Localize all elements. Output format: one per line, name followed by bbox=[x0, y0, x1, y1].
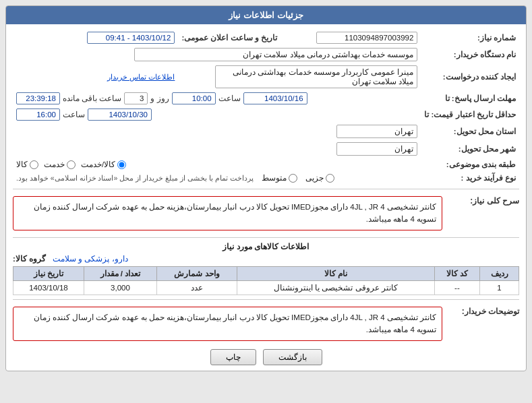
hadeaghal-label: حداقل تاریخ اعتبار قیمت: تا bbox=[421, 106, 519, 123]
divider-3 bbox=[13, 299, 519, 300]
nooe-farayand-label: نوع فرآیند خرید : bbox=[421, 171, 519, 185]
shomara-niaz-label: شماره نیاز: bbox=[421, 30, 519, 46]
btn-chap[interactable]: چاپ bbox=[210, 349, 256, 365]
col-kod: کد کالا bbox=[434, 266, 479, 280]
cell-radif: 1 bbox=[480, 280, 519, 294]
col-nam: نام کالا bbox=[237, 266, 435, 280]
tawzihat-text: کانتر تشخیصی 4JL , JR 4 دارای مجوزIMED ت… bbox=[34, 313, 436, 334]
tawzihat-box: کانتر تشخیصی 4JL , JR 4 دارای مجوزIMED ت… bbox=[13, 307, 442, 341]
mohlat-remain-label: ساعت باقی مانده bbox=[63, 94, 121, 103]
mohlat-time-label: ساعت bbox=[218, 94, 241, 103]
hadeaghal-time-label: ساعت bbox=[63, 110, 85, 119]
payment-note: پرداخت تمام با بخشی از مبلغ خریدار از مح… bbox=[16, 174, 254, 182]
btn-bazgasht[interactable]: بازگشت bbox=[263, 349, 322, 365]
cell-vahed: عدد bbox=[156, 280, 237, 294]
shahr-value: تهران bbox=[336, 142, 417, 156]
shahr-label: شهر محل تحویل: bbox=[421, 140, 519, 158]
tabaghe-khadamat-radio[interactable] bbox=[67, 160, 76, 169]
tabaghe-kala-khadamat-label: کالا/خدمت bbox=[81, 160, 115, 169]
tarikh-saat-value: 1403/10/12 - 09:41 bbox=[87, 32, 175, 44]
kala-table: ردیف کد کالا نام کالا واحد شمارش تعداد /… bbox=[13, 266, 519, 295]
nooe-jozvi-option[interactable]: جزیی bbox=[305, 173, 334, 183]
mohlat-roz: 3 bbox=[124, 92, 148, 104]
page-title: جزئیات اطلاعات نیاز bbox=[6, 6, 526, 24]
col-vahed: واحد شمارش bbox=[156, 266, 237, 280]
tabaghe-khadamat-label: خدمت bbox=[44, 160, 65, 169]
etelaat-tamas-link[interactable]: اطلاعات تماس خریدار bbox=[107, 73, 175, 81]
etelaat-kalaha-label: اطلاعات کالاهای مورد نیاز bbox=[223, 242, 309, 251]
cell-kod_kala: -- bbox=[434, 280, 479, 294]
button-row: بازگشت چاپ bbox=[13, 349, 519, 365]
tabaghe-kala-radio[interactable] bbox=[30, 160, 38, 169]
ostan-value: تهران bbox=[336, 125, 417, 138]
tabaghe-kala-label: کالا bbox=[16, 160, 28, 169]
divider-2 bbox=[13, 237, 519, 238]
mohlat-ersal-label: مهلت ارسال پاسخ: تا bbox=[421, 90, 519, 106]
mohlat-date: 1403/10/16 bbox=[243, 92, 307, 104]
cell-tedad: 3,000 bbox=[84, 280, 156, 294]
shomara-niaz-value: 1103094897003992 bbox=[316, 32, 417, 44]
tabaghe-kala-khadamat-option[interactable]: کالا/خدمت bbox=[81, 160, 126, 169]
ijad-konande-label: ایجاد کننده درخواست: bbox=[421, 63, 519, 90]
group-kala-label: گروه کالا: bbox=[13, 254, 46, 264]
sarh-koli-text: کانتر تشخیصی 4JL , JR 4 دارای مجوزIMED ت… bbox=[34, 203, 436, 223]
tawzihat-label: توضیحات خریدار: bbox=[445, 307, 519, 316]
col-tedad: تعداد / مقدار bbox=[84, 266, 156, 280]
nooe-motevaset-label: متوسط bbox=[262, 173, 287, 183]
table-row: 1--کانتر عروقی تشخیصی یا اینترونشنالعدد3… bbox=[13, 280, 519, 294]
nooe-motevaset-option[interactable]: متوسط bbox=[262, 173, 297, 183]
tarikh-saat-label: تاریخ و ساعت اعلان عمومی: bbox=[178, 30, 286, 46]
cell-tarikh: 1403/10/18 bbox=[13, 280, 84, 294]
nam-dastgah-label: نام دستگاه خریدار: bbox=[421, 46, 519, 63]
tabaghe-khadamat-option[interactable]: خدمت bbox=[44, 160, 76, 169]
tabaghe-kala-khadamat-radio[interactable] bbox=[117, 160, 126, 169]
group-kala-value: دارو، پزشکی و سلامت bbox=[53, 254, 128, 264]
col-tarikh: تاریخ نیاز bbox=[13, 266, 84, 280]
mohlat-roz-label: روز و bbox=[150, 94, 169, 103]
tabaghe-kala-option[interactable]: کالا bbox=[16, 160, 38, 169]
nooe-jozvi-radio[interactable] bbox=[326, 174, 334, 183]
ijad-konande-value: مینرا عمومی کاربردار موسسه خدمات بهداشتی… bbox=[215, 65, 417, 88]
nooe-jozvi-label: جزیی bbox=[305, 173, 324, 183]
nam-dastgah-value: موسسه خدمات بهداشتی درمانی میلاد سلامت ت… bbox=[134, 48, 417, 61]
mohlat-remain: 23:39:18 bbox=[16, 92, 60, 104]
nooe-motevaset-radio[interactable] bbox=[289, 174, 297, 183]
hadeaghal-date: 1403/10/30 bbox=[88, 108, 152, 121]
divider-1 bbox=[13, 189, 519, 189]
sarh-koli-label: سرح کلی نیاز: bbox=[445, 196, 519, 206]
cell-nam_kala: کانتر عروقی تشخیصی یا اینترونشنال bbox=[237, 280, 435, 294]
col-radif: ردیف bbox=[480, 266, 519, 280]
mohlat-time: 10:00 bbox=[172, 92, 216, 104]
tabaghe-label: طبقه بندی موضوعی: bbox=[421, 158, 519, 171]
ostan-label: استان محل تحویل: bbox=[421, 123, 519, 140]
sarh-koli-box: کانتر تشخیصی 4JL , JR 4 دارای مجوزIMED ت… bbox=[13, 196, 442, 230]
hadeaghal-time: 16:00 bbox=[16, 108, 60, 121]
